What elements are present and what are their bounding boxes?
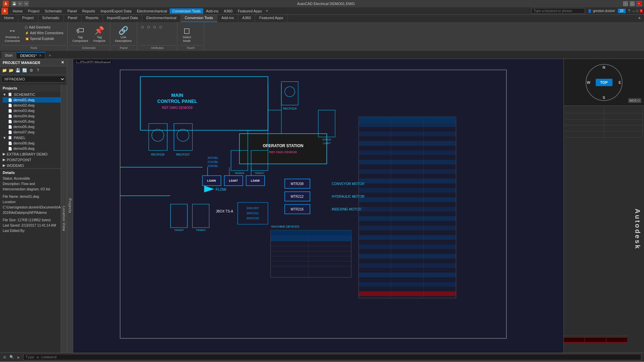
tb-save[interactable]: 💾 [15,67,21,73]
select-mode-btn[interactable]: ◻ SelectMode [180,25,194,44]
tb-new[interactable]: 📁 [1,67,7,73]
new-tab-btn[interactable]: + [46,52,54,59]
ribbon: Home Project Schematic Panel Reports Imp… [0,15,644,52]
extra-library-folder[interactable]: ▶ EXTRA LIBRARY DEMO [0,151,61,157]
tab-electromechanical[interactable]: Electromechanical [142,15,181,22]
tag-footprint-btn[interactable]: 📌 TagFootprint [92,25,108,44]
command-line-input[interactable] [23,354,641,360]
menu-conversion-tools[interactable]: Conversion Tools [170,8,203,14]
tab-start[interactable]: Start [1,52,16,58]
tb-help[interactable]: ? [35,67,41,73]
help-btn[interactable]: ? [627,9,632,13]
tb-open[interactable]: 📂 [8,67,14,73]
tab-addins[interactable]: Add-ins [217,15,238,22]
filename-row: File Name: demo01.dwg [3,194,58,199]
close-btn[interactable]: ✕ [637,1,641,6]
promise-conversion-btn[interactable]: ↔ Promise-eConversion [3,25,22,44]
file-demo04[interactable]: 📄 demo04.dwg [3,113,61,119]
special-explode-btn[interactable]: 💥Special Explode [23,36,65,41]
file-label-demo03: demo03.dwg [13,109,35,113]
menu-restore[interactable]: □ [636,9,638,13]
menu-minimize[interactable]: – [633,9,635,13]
tb-settings[interactable]: ⚙ [28,67,34,73]
toolbar-btn-2[interactable]: ↩ [17,1,23,6]
file-demo06[interactable]: 📄 demo06.dwg [3,124,61,129]
tb-cell-2 [604,107,643,113]
attr-btn-1[interactable]: ⬡ [140,25,145,29]
online-btn[interactable]: 28 [618,9,626,13]
command-search-btn[interactable]: 🔍 [9,355,14,359]
command-prompt-icon: ► [17,355,20,359]
add-wire-connections-btn[interactable]: ⚡Add Wire Connections [23,31,65,36]
menu-close[interactable]: ✕ [640,9,643,13]
promise-conversion-icon: ↔ [8,26,17,35]
project-dropdown[interactable]: NFPADEMO [1,76,65,82]
select-mode-icon: ◻ [182,26,192,35]
point2point-folder[interactable]: ▶ POINT2POINT [0,157,61,163]
file-label-demo01: demo01.dwg [13,98,35,102]
tab-home[interactable]: Home [0,15,18,22]
tag-component-btn[interactable]: 🏷 TagComponent [70,25,90,44]
svg-text:INDEXING MOTOR: INDEXING MOTOR [332,207,361,211]
file-icon-demo05: 📄 [8,120,12,123]
attr-btn-4[interactable]: ⬡ [158,25,163,29]
menu-import-export[interactable]: Import/Export Data [98,8,134,14]
tab-a360[interactable]: A360 [238,15,255,22]
compass-center[interactable]: TOP [596,79,612,86]
command-cancel-btn[interactable]: ✕ [3,355,7,360]
tab-conversion-tools[interactable]: Conversion Tools [181,15,217,22]
file-icon-demo03: 📄 [8,109,12,113]
minimize-btn[interactable]: – [623,1,628,6]
file-demo01[interactable]: 📄 demo01.dwg [3,97,61,103]
menu-featured-apps[interactable]: Featured Apps [235,8,265,14]
menu-project[interactable]: Project [25,8,42,14]
project-manager-close[interactable]: ✕ [61,60,64,65]
attr-btn-3[interactable]: ⬡ [152,25,157,29]
tab-demo01-close[interactable]: ✕ [39,54,42,57]
file-demo05[interactable]: 📄 demo05.dwg [3,119,61,124]
tb-row-2 [565,113,643,119]
tab-reports[interactable]: Reports [82,15,103,22]
sidebar-tree: Projects ▼ 📋 SCHEMATIC 📄 demo01.dwg 📄 de… [0,85,61,353]
title-block: Autodesk [564,106,644,353]
file-demo07[interactable]: 📄 demo07.dwg [3,129,61,135]
file-demo02[interactable]: 📄 demo02.dwg [3,103,61,108]
menu-a360[interactable]: A360 [221,8,235,14]
maximize-btn[interactable]: □ [630,1,635,6]
ribbon-collapse-btn[interactable]: ▲ [635,15,644,22]
location-view-tab[interactable]: Location View [61,85,67,353]
panel-folder[interactable]: ▼ 📋 PANEL [0,135,61,140]
menu-panel[interactable]: Panel [65,8,79,14]
menu-addins[interactable]: Add-ins [203,8,221,14]
file-label-demo07: demo07.dwg [13,130,35,134]
tab-import-export[interactable]: Import/Export Data [103,15,142,22]
wddemo-folder[interactable]: ▶ WDDEMO [0,163,61,168]
menu-electromechanical[interactable]: Electromechanical [134,8,170,14]
tab-project[interactable]: Project [18,15,38,22]
toolbar-btn-3[interactable]: ↪ [23,1,29,6]
panel-files: 📄 demo08.dwg 📄 demo09.dwg [0,140,61,151]
tab-schematic[interactable]: Schematic [38,15,64,22]
tab-panel[interactable]: Panel [64,15,82,22]
add-geometry-btn[interactable]: ⬡Add Geometry [23,25,65,30]
toolbar-btn-1[interactable]: 💾 [11,1,17,6]
menu-home[interactable]: Home [10,8,25,14]
link-descriptions-btn[interactable]: 🔗 LinkDescriptions [113,25,134,44]
navigation-compass: N S E W TOP WCS ⬡ [564,59,644,106]
menu-reports[interactable]: Reports [79,8,98,14]
tab-demo01[interactable]: DEMO01* ✕ [17,52,45,59]
search-input[interactable] [531,8,585,14]
tb-refresh[interactable]: 🔄 [21,67,28,73]
tab-featured-apps[interactable]: Featured Apps [255,15,288,22]
attr-btn-2[interactable]: ⬡ [146,25,151,29]
menu-schematic[interactable]: Schematic [42,8,65,14]
projects-tab[interactable]: Projects [67,59,73,353]
svg-rect-6 [239,134,327,164]
file-demo03[interactable]: 📄 demo03.dwg [3,108,61,113]
schematic-folder[interactable]: ▼ 📋 SCHEMATIC [0,92,61,97]
svg-rect-67 [308,236,351,241]
file-demo08[interactable]: 📄 demo08.dwg [3,140,61,146]
drawing-area[interactable]: [—][Top][2D Wireframe] MAIN CONTROL PANE… [73,59,564,353]
file-demo09[interactable]: 📄 demo09.dwg [3,146,61,151]
svg-text:LS406: LS406 [207,179,216,182]
